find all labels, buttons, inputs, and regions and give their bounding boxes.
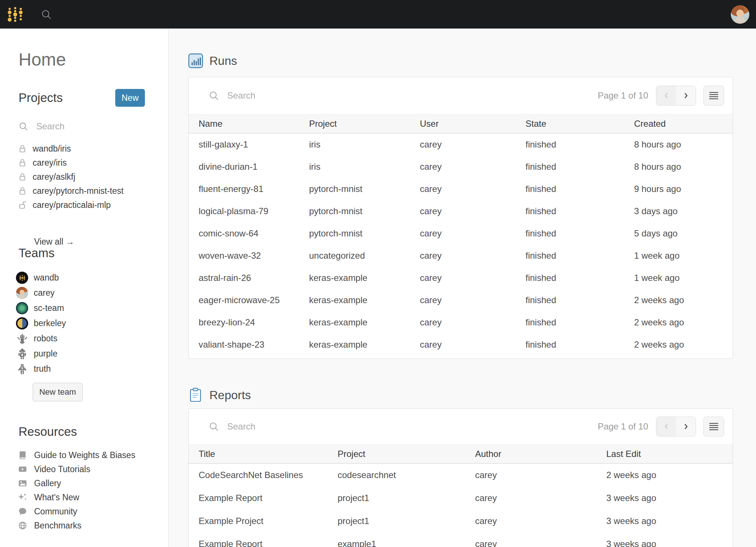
carey-team-avatar [16,287,28,299]
view-all-projects-link[interactable]: View all → [34,236,74,247]
wandb-logo-icon[interactable] [7,6,24,23]
table-row[interactable]: valiant-shape-23 keras-example carey fin… [189,334,733,356]
table-row[interactable]: still-galaxy-1 iris carey finished 8 hou… [189,133,733,156]
reports-title: Reports [209,388,251,402]
robot-avatar [16,363,28,375]
sc-team-avatar [16,302,28,314]
runs-panel: Page 1 of 10 Name Project User State [188,77,733,359]
run-name-link[interactable]: astral-rain-26 [199,273,309,283]
sidebar-item-guide[interactable]: Guide to Weights & Biases [18,448,168,462]
report-last-edit: 3 weeks ago [606,493,733,503]
reports-pagination-label: Page 1 of 10 [598,421,648,432]
next-page-button[interactable] [676,417,696,436]
report-title-link[interactable]: CodeSearchNet Baselines [199,470,338,480]
run-user: carey [420,184,525,194]
table-row[interactable]: comic-snow-64 pytorch-mnist carey finish… [189,222,733,245]
column-header: User [420,119,525,129]
robot-avatar [16,332,28,345]
table-row[interactable]: astral-rain-26 keras-example carey finis… [189,267,733,289]
table-options-button[interactable] [703,417,724,437]
report-last-edit: 3 weeks ago [606,516,733,526]
resource-label: What's New [34,493,79,503]
lock-icon [19,158,26,167]
reports-search-input[interactable] [227,421,435,432]
next-page-button[interactable] [676,86,696,105]
team-name: robots [34,334,57,344]
table-row[interactable]: CodeSearchNet Baselines codesearchnet ca… [189,464,733,487]
sidebar-item-team[interactable]: wandb [16,270,168,285]
team-name: truth [34,364,51,374]
sidebar-item-team[interactable]: sc-team [16,301,168,316]
sidebar-item-team[interactable]: truth [16,361,168,377]
team-name: sc-team [34,303,64,313]
table-row[interactable]: divine-durian-1 iris carey finished 8 ho… [189,156,733,178]
run-state: finished [525,139,634,150]
run-name-link[interactable]: fluent-energy-81 [199,184,309,194]
berkeley-team-avatar [16,317,28,329]
run-name-link[interactable]: comic-snow-64 [199,228,309,239]
run-project: pytorch-mnist [309,206,420,216]
report-project: project1 [338,516,475,526]
run-created: 1 week ago [634,251,733,261]
table-row[interactable]: Example Report project1 carey 3 weeks ag… [189,487,733,510]
run-user: carey [420,317,525,328]
report-title-link[interactable]: Example Project [199,516,338,526]
projects-search-input[interactable] [36,121,140,132]
report-author: carey [475,470,606,480]
column-header: Created [634,119,733,129]
run-project: keras-example [309,317,420,328]
sidebar-item-project[interactable]: carey/practicalai-mlp [19,198,168,212]
sidebar-item-project[interactable]: carey/iris [19,156,168,170]
sidebar-item-gallery[interactable]: Gallery [18,476,168,490]
sidebar-item-whats-new[interactable]: What's New [18,490,168,504]
reports-toolbar: Page 1 of 10 [189,409,733,444]
project-name: carey/iris [33,158,67,168]
prev-page-button[interactable] [656,86,676,105]
prev-page-button[interactable] [656,417,676,436]
sidebar-item-team[interactable]: robots [16,331,168,346]
project-name: carey/aslkfj [33,172,75,182]
run-name-link[interactable]: eager-microwave-25 [199,295,309,305]
table-row[interactable]: breezy-lion-24 keras-example carey finis… [189,311,733,334]
table-row[interactable]: eager-microwave-25 keras-example carey f… [189,289,733,311]
search-icon[interactable] [41,9,52,20]
sidebar-item-team[interactable]: berkeley [16,316,168,331]
video-icon [18,464,27,474]
table-row[interactable]: woven-wave-32 uncategorized carey finish… [189,245,733,267]
table-row[interactable]: logical-plasma-79 pytorch-mnist carey fi… [189,200,733,222]
lock-icon [19,186,26,195]
run-state: finished [525,251,634,261]
table-row[interactable]: Example Project project1 carey 3 weeks a… [189,510,733,533]
run-name-link[interactable]: divine-durian-1 [199,162,309,172]
runs-search-input[interactable] [227,90,435,101]
sidebar-item-community[interactable]: Community [18,504,168,518]
sidebar-item-project[interactable]: wandb/iris [19,142,168,156]
table-options-button[interactable] [703,86,724,106]
report-title-link[interactable]: Example Report [199,493,338,503]
run-name-link[interactable]: logical-plasma-79 [199,206,309,216]
lock-icon [19,144,26,153]
chevron-right-icon [682,92,690,100]
sidebar-item-benchmarks[interactable]: Benchmarks [18,518,168,533]
new-project-button[interactable]: New [115,89,145,107]
sidebar-item-project[interactable]: carey/pytorch-mnist-test [19,184,168,198]
chevron-left-icon [662,422,670,431]
sidebar-item-video-tutorials[interactable]: Video Tutorials [18,462,168,476]
run-created: 8 hours ago [634,162,733,172]
report-title-link[interactable]: Example Report [199,539,338,547]
run-name-link[interactable]: breezy-lion-24 [199,317,309,328]
sidebar-item-project[interactable]: carey/aslkfj [19,170,168,184]
sidebar-item-team[interactable]: purple [16,346,168,361]
run-project: uncategorized [309,251,420,261]
run-name-link[interactable]: woven-wave-32 [199,251,309,261]
run-project: keras-example [309,295,420,305]
new-team-button[interactable]: New team [33,383,83,401]
table-row[interactable]: Example Report example1 carey 3 weeks ag… [189,533,733,547]
sidebar-item-team[interactable]: carey [16,285,168,301]
run-name-link[interactable]: still-galaxy-1 [199,139,309,150]
run-name-link[interactable]: valiant-shape-23 [199,339,309,350]
sparkles-icon [18,493,27,502]
resource-label: Gallery [34,478,61,488]
table-row[interactable]: fluent-energy-81 pytorch-mnist carey fin… [189,178,733,200]
user-avatar[interactable] [731,5,749,24]
